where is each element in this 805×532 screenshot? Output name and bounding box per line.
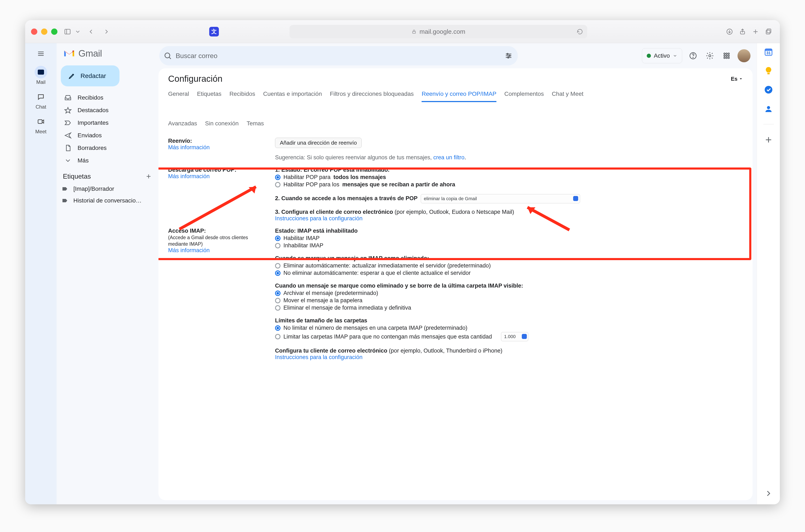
reload-icon[interactable] xyxy=(577,28,583,35)
label-item[interactable]: Historial de conversacio… xyxy=(57,195,157,207)
folder-starred[interactable]: Destacados xyxy=(59,104,155,117)
brand-text: Gmail xyxy=(78,48,102,59)
folder-sent[interactable]: Enviados xyxy=(59,129,155,142)
imap-del-wait[interactable]: No eliminar automáticamente: esperar a q… xyxy=(275,270,743,276)
imap-size-select[interactable]: 1.000 xyxy=(501,332,528,341)
account-avatar[interactable] xyxy=(737,49,750,62)
app-rail: Mail Chat Meet xyxy=(25,43,57,504)
page-title: Configuración xyxy=(168,74,223,84)
section-reenvio: Reenvío: Más información Añadir una dire… xyxy=(168,135,743,164)
search-input[interactable]: Buscar correo xyxy=(159,46,518,65)
svg-rect-0 xyxy=(65,29,70,34)
rail-item-chat[interactable]: Chat xyxy=(35,91,47,110)
imap-last-delete[interactable]: Eliminar el mensaje de forma inmediata y… xyxy=(275,305,743,311)
pop-enable-now-on[interactable]: Habilitar POP para los mensajes que se r… xyxy=(275,181,743,188)
radio-icon xyxy=(275,298,281,303)
imap-del-auto[interactable]: Eliminar automáticamente: actualizar inm… xyxy=(275,262,743,269)
addons-plus-icon[interactable] xyxy=(764,135,773,145)
svg-point-23 xyxy=(509,55,511,57)
help-button[interactable] xyxy=(687,50,699,62)
share-button[interactable] xyxy=(737,26,748,37)
minimize-window-button[interactable] xyxy=(41,28,47,35)
pop-enable-all[interactable]: Habilitar POP para todos los mensajes xyxy=(275,174,743,180)
imap-size-nolimit[interactable]: No limitar el número de mensajes en una … xyxy=(275,325,743,331)
address-bar[interactable]: mail.google.com xyxy=(289,25,587,38)
imap-last-trash[interactable]: Mover el mensaje a la papelera xyxy=(275,297,743,304)
back-button[interactable] xyxy=(85,26,96,37)
sidebar-toggle-button[interactable] xyxy=(62,26,73,37)
tab-chat-meet[interactable]: Chat y Meet xyxy=(552,89,583,102)
radio-icon xyxy=(275,263,281,268)
imap-instructions-link[interactable]: Instrucciones para la configuración xyxy=(275,354,362,360)
add-label-button[interactable]: + xyxy=(146,172,151,181)
folder-inbox[interactable]: Recibidos xyxy=(59,91,155,104)
rail-item-meet[interactable]: Meet xyxy=(35,115,47,135)
tab-avanzadas[interactable]: Avanzadas xyxy=(168,118,197,131)
status-chip[interactable]: Activo xyxy=(642,48,682,63)
keep-icon[interactable] xyxy=(764,66,773,75)
rail-item-label: Chat xyxy=(36,104,46,110)
compose-button[interactable]: Redactar xyxy=(61,65,119,87)
tasks-icon[interactable] xyxy=(764,85,773,94)
tab-general[interactable]: General xyxy=(168,89,189,102)
radio-icon xyxy=(275,290,281,296)
add-forwarding-button[interactable]: Añadir una dirección de reenvío xyxy=(275,138,362,148)
search-options-icon[interactable] xyxy=(504,52,513,60)
gmail-brand[interactable]: Gmail xyxy=(57,47,157,64)
downloads-button[interactable] xyxy=(724,26,735,37)
new-tab-button[interactable] xyxy=(750,26,761,37)
svg-point-31 xyxy=(724,55,725,57)
svg-point-34 xyxy=(724,57,725,59)
rail-item-mail[interactable]: Mail xyxy=(35,66,47,85)
imap-status-text: Estado: IMAP está inhabilitado xyxy=(275,228,358,234)
labels-heading: Etiquetas + xyxy=(57,167,157,183)
rail-item-label: Meet xyxy=(35,129,46,135)
imap-size-heading: Límites de tamaño de las carpetas xyxy=(275,317,367,324)
label-item[interactable]: [Imap]/Borrador xyxy=(57,183,157,195)
tab-pop-imap[interactable]: Reenvío y correo POP/IMAP xyxy=(422,89,496,102)
main-menu-button[interactable] xyxy=(34,47,47,60)
forward-button[interactable] xyxy=(101,26,112,37)
pop-more-link[interactable]: Más información xyxy=(168,173,210,179)
pop-action-select[interactable]: eliminar la copia de Gmail xyxy=(421,194,580,203)
maximize-window-button[interactable] xyxy=(51,28,57,35)
apps-button[interactable] xyxy=(721,50,732,62)
svg-rect-14 xyxy=(38,120,42,124)
folder-important[interactable]: Importantes xyxy=(59,117,155,129)
calendar-icon[interactable]: 31 xyxy=(764,48,773,57)
svg-point-32 xyxy=(726,55,727,57)
tab-sin-conexion[interactable]: Sin conexión xyxy=(205,118,238,131)
settings-button[interactable] xyxy=(704,50,716,62)
extension-icon[interactable]: 文 xyxy=(209,27,219,36)
caret-down-icon xyxy=(739,77,743,81)
tabs-button[interactable] xyxy=(763,26,774,37)
pop-instructions-link[interactable]: Instrucciones para la configuración xyxy=(275,215,362,222)
tab-complementos[interactable]: Complementos xyxy=(504,89,544,102)
reenvio-more-link[interactable]: Más información xyxy=(168,144,210,151)
imap-disable[interactable]: Inhabilitar IMAP xyxy=(275,242,743,249)
imap-size-limit[interactable]: Limitar las carpetas IMAP para que no co… xyxy=(275,332,743,341)
language-switch[interactable]: Es xyxy=(731,76,743,82)
radio-icon xyxy=(275,182,281,187)
imap-enable[interactable]: Habilitar IMAP xyxy=(275,235,743,242)
folder-more[interactable]: Más xyxy=(59,154,155,167)
create-filter-link[interactable]: crea un filtro xyxy=(433,154,464,160)
dropdown-chevron-icon[interactable] xyxy=(75,26,81,37)
tab-temas[interactable]: Temas xyxy=(247,118,264,131)
svg-marker-16 xyxy=(65,108,71,113)
close-window-button[interactable] xyxy=(31,28,37,35)
folder-drafts[interactable]: Borradores xyxy=(59,142,155,154)
tab-filtros[interactable]: Filtros y direcciones bloqueadas xyxy=(330,89,414,102)
svg-point-35 xyxy=(726,57,727,59)
tab-recibidos[interactable]: Recibidos xyxy=(229,89,255,102)
radio-icon xyxy=(275,325,281,331)
collapse-panel-icon[interactable] xyxy=(764,489,773,498)
compose-label: Redactar xyxy=(80,72,106,79)
contacts-icon[interactable] xyxy=(764,104,773,113)
tab-etiquetas[interactable]: Etiquetas xyxy=(197,89,222,102)
svg-point-22 xyxy=(507,53,509,55)
imap-last-archive[interactable]: Archivar el mensaje (predeterminado) xyxy=(275,290,743,297)
folder-label: Más xyxy=(78,157,89,164)
imap-more-link[interactable]: Más información xyxy=(168,247,210,253)
tab-cuentas[interactable]: Cuentas e importación xyxy=(263,89,322,102)
